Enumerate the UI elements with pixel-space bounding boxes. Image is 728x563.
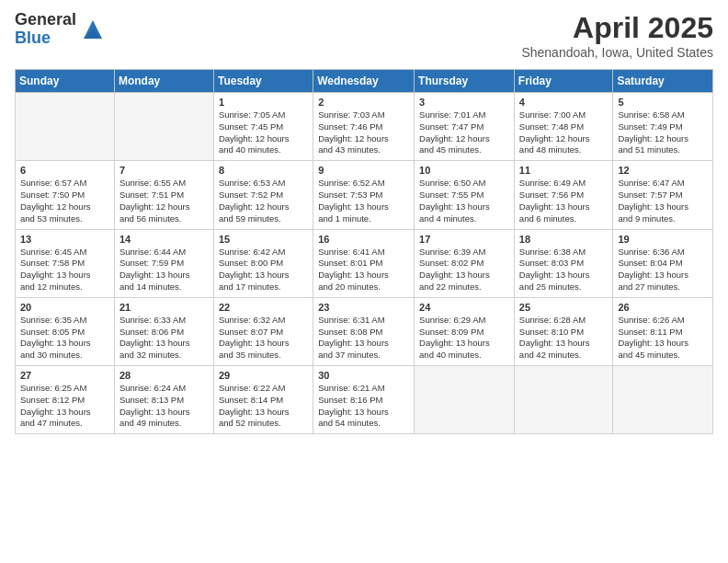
calendar-cell: 12Sunrise: 6:47 AM Sunset: 7:57 PM Dayli… [613, 161, 713, 229]
day-detail: Sunrise: 6:55 AM Sunset: 7:51 PM Dayligh… [119, 178, 209, 224]
logo-blue: Blue [15, 29, 76, 48]
day-number: 8 [219, 165, 308, 176]
day-number: 27 [20, 370, 109, 381]
day-number: 19 [618, 234, 708, 245]
weekday-header: Monday [114, 70, 213, 93]
calendar-week-row: 13Sunrise: 6:45 AM Sunset: 7:58 PM Dayli… [16, 229, 713, 297]
day-detail: Sunrise: 6:38 AM Sunset: 8:03 PM Dayligh… [519, 247, 609, 293]
calendar-cell: 17Sunrise: 6:39 AM Sunset: 8:02 PM Dayli… [415, 229, 515, 297]
calendar-cell [114, 93, 213, 161]
day-number: 12 [618, 165, 708, 176]
day-number: 18 [519, 234, 609, 245]
calendar-cell: 20Sunrise: 6:35 AM Sunset: 8:05 PM Dayli… [16, 297, 115, 365]
logo-text: General Blue [15, 11, 76, 48]
calendar-cell: 21Sunrise: 6:33 AM Sunset: 8:06 PM Dayli… [114, 297, 213, 365]
day-number: 7 [119, 165, 209, 176]
day-detail: Sunrise: 6:53 AM Sunset: 7:52 PM Dayligh… [219, 178, 308, 224]
day-number: 21 [119, 302, 209, 313]
day-detail: Sunrise: 7:00 AM Sunset: 7:48 PM Dayligh… [519, 109, 609, 156]
day-detail: Sunrise: 6:26 AM Sunset: 8:11 PM Dayligh… [618, 315, 708, 362]
weekday-header: Tuesday [213, 70, 313, 93]
day-detail: Sunrise: 6:24 AM Sunset: 8:13 PM Dayligh… [119, 383, 209, 430]
calendar-cell: 15Sunrise: 6:42 AM Sunset: 8:00 PM Dayli… [213, 229, 313, 297]
day-detail: Sunrise: 6:25 AM Sunset: 8:12 PM Dayligh… [20, 383, 109, 430]
calendar-cell: 29Sunrise: 6:22 AM Sunset: 8:14 PM Dayli… [213, 366, 313, 434]
day-number: 9 [318, 165, 409, 176]
day-detail: Sunrise: 6:50 AM Sunset: 7:55 PM Dayligh… [419, 178, 509, 224]
day-number: 23 [318, 302, 409, 313]
page: General Blue April 2025 Shenandoah, Iowa… [0, 0, 728, 563]
calendar-cell: 14Sunrise: 6:44 AM Sunset: 7:59 PM Dayli… [114, 229, 213, 297]
day-detail: Sunrise: 6:39 AM Sunset: 8:02 PM Dayligh… [419, 247, 509, 293]
day-number: 15 [219, 234, 308, 245]
calendar-cell: 16Sunrise: 6:41 AM Sunset: 8:01 PM Dayli… [313, 229, 415, 297]
day-detail: Sunrise: 6:44 AM Sunset: 7:59 PM Dayligh… [119, 247, 209, 293]
logo: General Blue [15, 11, 106, 48]
header: General Blue April 2025 Shenandoah, Iowa… [15, 11, 713, 60]
calendar-cell: 28Sunrise: 6:24 AM Sunset: 8:13 PM Dayli… [114, 366, 213, 434]
calendar-table: SundayMondayTuesdayWednesdayThursdayFrid… [15, 69, 713, 434]
day-number: 17 [419, 234, 509, 245]
calendar-cell: 27Sunrise: 6:25 AM Sunset: 8:12 PM Dayli… [16, 366, 115, 434]
calendar-body: 1Sunrise: 7:05 AM Sunset: 7:45 PM Daylig… [16, 93, 713, 434]
day-number: 10 [419, 165, 509, 176]
calendar-cell: 8Sunrise: 6:53 AM Sunset: 7:52 PM Daylig… [213, 161, 313, 229]
calendar-cell: 18Sunrise: 6:38 AM Sunset: 8:03 PM Dayli… [514, 229, 613, 297]
day-detail: Sunrise: 6:22 AM Sunset: 8:14 PM Dayligh… [219, 383, 308, 430]
day-number: 4 [519, 97, 609, 108]
calendar-cell: 10Sunrise: 6:50 AM Sunset: 7:55 PM Dayli… [415, 161, 515, 229]
calendar-cell: 6Sunrise: 6:57 AM Sunset: 7:50 PM Daylig… [16, 161, 115, 229]
calendar-cell: 24Sunrise: 6:29 AM Sunset: 8:09 PM Dayli… [415, 297, 515, 365]
day-detail: Sunrise: 6:31 AM Sunset: 8:08 PM Dayligh… [318, 315, 409, 362]
day-detail: Sunrise: 6:42 AM Sunset: 8:00 PM Dayligh… [219, 247, 308, 293]
day-number: 16 [318, 234, 409, 245]
day-detail: Sunrise: 6:35 AM Sunset: 8:05 PM Dayligh… [20, 315, 109, 362]
day-detail: Sunrise: 6:28 AM Sunset: 8:10 PM Dayligh… [519, 315, 609, 362]
calendar-cell: 22Sunrise: 6:32 AM Sunset: 8:07 PM Dayli… [213, 297, 313, 365]
day-detail: Sunrise: 6:41 AM Sunset: 8:01 PM Dayligh… [318, 247, 409, 293]
weekday-header: Wednesday [313, 70, 415, 93]
weekday-row: SundayMondayTuesdayWednesdayThursdayFrid… [16, 70, 713, 93]
weekday-header: Sunday [16, 70, 115, 93]
day-detail: Sunrise: 6:21 AM Sunset: 8:16 PM Dayligh… [318, 383, 409, 430]
location: Shenandoah, Iowa, United States [521, 45, 713, 60]
calendar-week-row: 20Sunrise: 6:35 AM Sunset: 8:05 PM Dayli… [16, 297, 713, 365]
day-detail: Sunrise: 6:49 AM Sunset: 7:56 PM Dayligh… [519, 178, 609, 224]
calendar-week-row: 27Sunrise: 6:25 AM Sunset: 8:12 PM Dayli… [16, 366, 713, 434]
day-number: 2 [318, 97, 409, 108]
day-detail: Sunrise: 6:29 AM Sunset: 8:09 PM Dayligh… [419, 315, 509, 362]
logo-icon [80, 17, 106, 42]
day-number: 22 [219, 302, 308, 313]
day-detail: Sunrise: 6:32 AM Sunset: 8:07 PM Dayligh… [219, 315, 308, 362]
calendar-cell: 30Sunrise: 6:21 AM Sunset: 8:16 PM Dayli… [313, 366, 415, 434]
day-number: 24 [419, 302, 509, 313]
day-detail: Sunrise: 7:01 AM Sunset: 7:47 PM Dayligh… [419, 109, 509, 156]
month-title: April 2025 [521, 11, 713, 45]
day-number: 25 [519, 302, 609, 313]
day-number: 11 [519, 165, 609, 176]
day-number: 3 [419, 97, 509, 108]
calendar-cell [415, 366, 515, 434]
day-detail: Sunrise: 6:47 AM Sunset: 7:57 PM Dayligh… [618, 178, 708, 224]
day-number: 29 [219, 370, 308, 381]
calendar-cell: 7Sunrise: 6:55 AM Sunset: 7:51 PM Daylig… [114, 161, 213, 229]
calendar-cell [16, 93, 115, 161]
day-detail: Sunrise: 6:45 AM Sunset: 7:58 PM Dayligh… [20, 247, 109, 293]
calendar-cell: 3Sunrise: 7:01 AM Sunset: 7:47 PM Daylig… [415, 93, 515, 161]
day-number: 14 [119, 234, 209, 245]
weekday-header: Thursday [415, 70, 515, 93]
calendar-cell: 1Sunrise: 7:05 AM Sunset: 7:45 PM Daylig… [213, 93, 313, 161]
calendar-cell: 13Sunrise: 6:45 AM Sunset: 7:58 PM Dayli… [16, 229, 115, 297]
calendar-cell: 11Sunrise: 6:49 AM Sunset: 7:56 PM Dayli… [514, 161, 613, 229]
day-number: 28 [119, 370, 209, 381]
logo-general: General [15, 11, 76, 29]
calendar-cell [613, 366, 713, 434]
day-detail: Sunrise: 7:05 AM Sunset: 7:45 PM Dayligh… [219, 109, 308, 156]
calendar-cell: 25Sunrise: 6:28 AM Sunset: 8:10 PM Dayli… [514, 297, 613, 365]
day-detail: Sunrise: 6:36 AM Sunset: 8:04 PM Dayligh… [618, 247, 708, 293]
day-detail: Sunrise: 6:33 AM Sunset: 8:06 PM Dayligh… [119, 315, 209, 362]
day-number: 5 [618, 97, 708, 108]
weekday-header: Friday [514, 70, 613, 93]
day-detail: Sunrise: 6:57 AM Sunset: 7:50 PM Dayligh… [20, 178, 109, 224]
day-number: 20 [20, 302, 109, 313]
